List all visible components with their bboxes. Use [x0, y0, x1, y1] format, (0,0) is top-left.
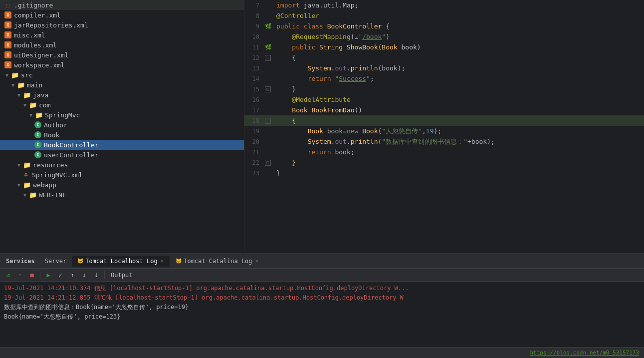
- tree-item-book-controller[interactable]: C BookController: [0, 140, 244, 150]
- scroll-up-button[interactable]: ↑: [67, 270, 77, 280]
- tree-item-compiler[interactable]: X compiler.xml: [0, 10, 244, 20]
- line-content-17: Book BookFromDao(): [272, 106, 362, 114]
- folder-icon: 📁: [29, 191, 37, 199]
- line-number: 21: [244, 149, 264, 156]
- tree-item-label: com: [39, 101, 50, 109]
- gutter-12: −: [264, 55, 272, 61]
- fold-end-icon[interactable]: □: [265, 160, 271, 166]
- tree-item-java[interactable]: ▼ 📁 java: [0, 90, 244, 100]
- gutter-18: −: [264, 118, 272, 124]
- log-line-1: 19-Jul-2021 14:21:10.374 信息 [localhost-s…: [4, 284, 640, 293]
- tree-item-misc[interactable]: X misc.xml: [0, 30, 244, 40]
- tree-item-main[interactable]: ▼ 📁 main: [0, 80, 244, 90]
- line-content-11: public String ShowBook(Book book): [272, 43, 421, 51]
- code-line-10: 10 @RequestMapping(☁"/book"): [244, 31, 644, 42]
- code-line-21: 21 return book;: [244, 147, 644, 157]
- tab-server-label: Server: [45, 258, 66, 265]
- line-number: 11: [244, 44, 264, 51]
- class-icon: C: [34, 151, 42, 159]
- line-number: 7: [244, 2, 264, 9]
- folder-icon: 📁: [35, 111, 43, 119]
- expand-arrow: ▼: [16, 162, 22, 168]
- tree-item-label: WEB-INF: [39, 191, 66, 199]
- log-text-4: Book{name='大忽悠自传', price=123}: [4, 313, 120, 320]
- file-tree[interactable]: ⬚ .gitignore X compiler.xml X jarReposit…: [0, 0, 244, 253]
- tree-item-label: .gitignore: [14, 1, 53, 9]
- tab-tomcat-localhost-close[interactable]: ✕: [160, 258, 165, 264]
- xml-icon: X: [4, 31, 12, 39]
- tree-item-author[interactable]: C Author: [0, 120, 244, 130]
- line-number: 17: [244, 107, 264, 114]
- fold-end-icon[interactable]: □: [265, 86, 271, 92]
- tree-item-ui-designer[interactable]: X uiDesigner.xml: [0, 50, 244, 60]
- expand-arrow: ▼: [16, 92, 22, 98]
- check-button[interactable]: ✓: [55, 270, 65, 280]
- line-number: 19: [244, 128, 264, 135]
- code-line-20: 20 System.out.println("数据库中查到的图书信息："+boo…: [244, 136, 644, 147]
- panel-toolbar: ↺ ▾ ■ ▶ ✓ ↑ ↓ ⤓ Output: [0, 269, 644, 282]
- code-line-19: 19 Book book=new Book("大忽悠自传",19);: [244, 126, 644, 136]
- restart-button[interactable]: ↺: [3, 270, 13, 280]
- tab-tomcat-catalina-label: Tomcat Catalina Log: [184, 258, 252, 265]
- line-content-8: @Controller: [272, 12, 319, 19]
- log-content[interactable]: 19-Jul-2021 14:21:10.374 信息 [localhost-s…: [0, 282, 644, 347]
- log-text-2: 19-Jul-2021 14:21:12.855 淇℃伅 [localhost-…: [4, 294, 404, 301]
- xml-icon: X: [4, 21, 12, 29]
- scroll-down-button[interactable]: ↓: [79, 270, 89, 280]
- tree-item-label: Book: [44, 131, 59, 139]
- code-line-18: 18 − {: [244, 115, 644, 126]
- tree-item-workspace[interactable]: X workspace.xml: [0, 60, 244, 70]
- line-number: 15: [244, 86, 264, 93]
- expand-arrow: ▼: [28, 112, 34, 118]
- tree-item-label: BookController: [44, 141, 99, 149]
- folder-icon: 📁: [29, 101, 37, 109]
- code-line-7: 7 import java.util.Map;: [244, 0, 644, 10]
- tree-item-modules[interactable]: X modules.xml: [0, 40, 244, 50]
- footer-link[interactable]: https://blog.csdn.net/m0_53157173: [530, 350, 639, 356]
- expand-arrow: ▼: [22, 192, 28, 198]
- line-content-19: Book book=new Book("大忽悠自传",19);: [272, 127, 441, 136]
- tree-item-resources[interactable]: ▼ 📁 resources: [0, 160, 244, 170]
- xml-icon: X: [4, 51, 12, 59]
- code-line-12: 12 − {: [244, 52, 644, 63]
- tree-item-webinf[interactable]: ▼ 📁 WEB-INF: [0, 190, 244, 200]
- tree-item-book[interactable]: C Book: [0, 130, 244, 140]
- tree-item-label: compiler.xml: [14, 11, 61, 19]
- tree-item-label: SpringMVC.xml: [32, 171, 83, 179]
- tree-item-gitignore[interactable]: ⬚ .gitignore: [0, 0, 244, 10]
- tree-item-user-controller[interactable]: C userController: [0, 150, 244, 160]
- tree-item-label: webapp: [33, 181, 56, 189]
- tab-tomcat-localhost[interactable]: 🐱 Tomcat Localhost Log ✕: [72, 256, 170, 267]
- line-number: 22: [244, 159, 264, 166]
- tab-server[interactable]: Server: [40, 256, 71, 267]
- tree-item-jar-repositories[interactable]: X jarRepositories.xml: [0, 20, 244, 30]
- tree-item-src[interactable]: ▼ 📁 src: [0, 70, 244, 80]
- tab-tomcat-catalina-close[interactable]: ✕: [254, 258, 260, 264]
- code-line-15: 15 □ }: [244, 84, 644, 94]
- run-button[interactable]: ▶: [43, 270, 53, 280]
- log-line-4: Book{name='大忽悠自传', price=123}: [4, 312, 640, 322]
- tree-item-webapp[interactable]: ▼ 📁 webapp: [0, 180, 244, 190]
- class-icon: C: [34, 131, 42, 139]
- tree-item-springmvc[interactable]: ▼ 📁 SpringMvc: [0, 110, 244, 120]
- code-line-11: 11 🌿 public String ShowBook(Book book): [244, 42, 644, 52]
- services-label: Services: [2, 255, 39, 268]
- line-content-13: System.out.println(book);: [272, 64, 405, 72]
- tree-item-springmvc-xml[interactable]: ☘ SpringMVC.xml: [0, 170, 244, 180]
- line-number: 13: [244, 65, 264, 72]
- fold-icon[interactable]: −: [265, 118, 271, 124]
- tree-item-com[interactable]: ▼ 📁 com: [0, 100, 244, 110]
- fold-icon[interactable]: −: [265, 55, 271, 61]
- line-number: 14: [244, 75, 264, 82]
- class-icon: C: [34, 121, 42, 129]
- gutter-15: □: [264, 86, 272, 92]
- tree-item-label: workspace.xml: [14, 61, 65, 69]
- code-line-9: 9 🌿 public class BookController {: [244, 21, 644, 31]
- scroll-end-button[interactable]: ⤓: [91, 270, 101, 280]
- folder-icon: 📁: [23, 91, 31, 99]
- stop-button[interactable]: ■: [27, 270, 37, 280]
- tab-tomcat-catalina[interactable]: 🐱 Tomcat Catalina Log ✕: [171, 256, 264, 267]
- dropdown-arrow-button[interactable]: ▾: [15, 270, 25, 280]
- tree-item-label: Author: [44, 121, 67, 129]
- bottom-panel: Services Server 🐱 Tomcat Localhost Log ✕…: [0, 253, 644, 358]
